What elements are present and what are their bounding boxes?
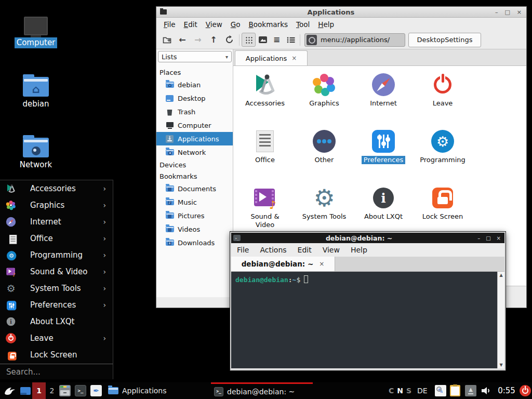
fm-titlebar[interactable]: Applications – □ × xyxy=(156,7,526,18)
thumbnail-view-button[interactable] xyxy=(256,33,270,47)
icon-view-button[interactable] xyxy=(242,33,256,47)
leave-button[interactable] xyxy=(520,382,531,399)
menu-item-about-lxqt[interactable]: i About LXQt xyxy=(0,313,113,330)
new-tab-button[interactable] xyxy=(159,33,175,47)
quicklaunch-terminal[interactable]: >_ xyxy=(75,382,87,399)
task-button-applications[interactable]: Applications xyxy=(105,382,209,399)
grid-item-graphics[interactable]: Graphics xyxy=(295,72,354,129)
tab-terminal-session[interactable]: debian@debian: ~ × xyxy=(231,257,335,271)
back-button[interactable]: ← xyxy=(175,33,190,47)
menu-actions[interactable]: Actions xyxy=(260,246,286,254)
menu-item-graphics[interactable]: Graphics › xyxy=(0,197,113,214)
menu-item-accessories[interactable]: Accessories › xyxy=(0,180,113,197)
workspace-2-button[interactable]: 2 xyxy=(46,382,58,399)
scroll-down-icon[interactable]: ▼ xyxy=(499,363,502,367)
sidebar-item-applications[interactable]: ↓ Applications xyxy=(156,132,233,145)
power-icon xyxy=(520,385,531,396)
menu-item-programming[interactable]: ⚙ Programming › xyxy=(0,247,113,263)
sidebar-item-pictures[interactable]: Pictures xyxy=(156,209,233,222)
preferences-icon xyxy=(372,130,395,153)
menu-item-system-tools[interactable]: ⚙ System Tools › xyxy=(0,280,113,297)
sidebar-item-desktop[interactable]: Desktop xyxy=(156,91,233,105)
grid-item-preferences[interactable]: Preferences xyxy=(354,129,413,185)
reload-button[interactable] xyxy=(221,33,237,47)
forward-button[interactable]: → xyxy=(190,33,206,47)
scroll-up-icon[interactable]: ▲ xyxy=(499,273,502,277)
compact-view-button[interactable]: ≡ xyxy=(270,33,284,47)
desktop-settings-button[interactable]: DesktopSettings xyxy=(408,33,481,47)
menu-bookmarks[interactable]: Bookmarks xyxy=(245,20,292,29)
close-button[interactable]: × xyxy=(517,9,522,15)
sidebar-item-videos[interactable]: Videos xyxy=(156,222,233,236)
menu-edit[interactable]: Edit xyxy=(180,20,202,29)
tray-clipboard[interactable] xyxy=(450,382,460,399)
show-desktop-button[interactable] xyxy=(19,382,32,399)
maximize-button[interactable]: □ xyxy=(486,235,490,241)
menu-file[interactable]: File xyxy=(159,20,180,29)
sidebar-item-network[interactable]: Network xyxy=(156,145,233,159)
sidebar-item-trash[interactable]: Trash xyxy=(156,105,233,118)
keyboard-indicator[interactable]: C N S xyxy=(389,382,415,399)
menu-item-internet[interactable]: Internet › xyxy=(0,214,113,230)
tab-close-icon[interactable]: × xyxy=(291,55,297,62)
terminal-icon: >_ xyxy=(75,385,86,396)
main-menu-button[interactable] xyxy=(2,382,18,399)
terminal-titlebar[interactable]: >_ debian@debian: ~ – □ × xyxy=(231,233,504,243)
new-tab-icon xyxy=(163,36,171,44)
detailed-view-button[interactable] xyxy=(284,33,298,47)
terminal-scrollbar[interactable]: ▲ ▼ xyxy=(497,272,504,368)
menu-help[interactable]: Help xyxy=(351,246,367,254)
tab-applications[interactable]: Applications × xyxy=(235,50,308,65)
tray-screenshot[interactable]: ✎ xyxy=(435,382,446,399)
sidebar-item-debian[interactable]: ⌂ debian xyxy=(156,78,233,91)
sidebar-mode-select[interactable]: Lists ▾ xyxy=(158,51,232,62)
grid-item-accessories[interactable]: Accessories xyxy=(235,72,295,129)
menu-item-preferences[interactable]: Preferences › xyxy=(0,297,113,313)
menu-file[interactable]: File xyxy=(237,246,249,254)
tray-removable-media[interactable]: ▲ xyxy=(465,382,476,399)
tray-volume[interactable] xyxy=(480,382,491,399)
path-bar[interactable]: menu://applications/ xyxy=(304,33,405,47)
grid-item-programming[interactable]: ⚙ Programming xyxy=(413,129,472,185)
desktop-icon-network[interactable]: Network xyxy=(11,130,61,170)
sidebar-item-computer[interactable]: Computer xyxy=(156,118,233,132)
up-button[interactable]: ↑ xyxy=(206,33,221,47)
minimize-button[interactable]: – xyxy=(495,9,498,15)
menu-help[interactable]: Help xyxy=(314,20,338,29)
grid-item-internet[interactable]: Internet xyxy=(354,72,413,129)
workspace-1-button[interactable]: 1 xyxy=(32,382,46,399)
quicklaunch-editor[interactable]: ✒ xyxy=(90,382,103,399)
tab-close-icon[interactable]: × xyxy=(319,260,324,268)
menu-item-leave[interactable]: Leave › xyxy=(0,330,113,347)
maximize-button[interactable]: □ xyxy=(504,9,510,15)
sidebar-item-downloads[interactable]: ↓ Downloads xyxy=(156,236,233,249)
clock[interactable]: 0:55 xyxy=(495,382,518,399)
minimize-button[interactable]: – xyxy=(477,235,480,241)
menu-go[interactable]: Go xyxy=(227,20,245,29)
grid-item-leave[interactable]: Leave xyxy=(413,72,472,129)
desktop-icon-debian[interactable]: ⌂ debian xyxy=(11,70,61,110)
info-icon: i xyxy=(6,316,16,327)
grid-item-other[interactable]: Other xyxy=(295,129,354,185)
menu-view[interactable]: View xyxy=(202,20,227,29)
toolbar-separator xyxy=(239,34,240,46)
task-button-terminal[interactable]: >_ debian@debian: ~ xyxy=(211,382,313,399)
menu-item-sound-video[interactable]: ♪ Sound & Video › xyxy=(0,263,113,280)
menu-view[interactable]: View xyxy=(323,246,340,254)
menu-tool[interactable]: Tool xyxy=(292,20,314,29)
menu-edit[interactable]: Edit xyxy=(298,246,312,254)
sidebar-item-music[interactable]: ♪ Music xyxy=(156,195,233,209)
grid-item-office[interactable]: Office xyxy=(235,129,295,185)
prompt-user: debian@debian xyxy=(235,276,288,284)
close-button[interactable]: × xyxy=(497,235,501,241)
sidebar-item-documents[interactable]: Documents xyxy=(156,182,233,195)
keyboard-layout-indicator[interactable]: DE xyxy=(417,382,428,399)
menu-search-input[interactable] xyxy=(0,364,113,379)
menu-item-lock-screen[interactable]: Lock Screen xyxy=(0,347,113,363)
sound-video-icon: ♪ xyxy=(6,267,16,277)
terminal-screen[interactable]: debian@debian:~$ xyxy=(231,272,497,368)
menu-item-office[interactable]: Office › xyxy=(0,230,113,247)
terminal-cursor xyxy=(304,275,308,283)
quicklaunch-file-manager[interactable] xyxy=(59,382,72,399)
desktop-icon-computer[interactable]: Computer xyxy=(11,8,61,48)
